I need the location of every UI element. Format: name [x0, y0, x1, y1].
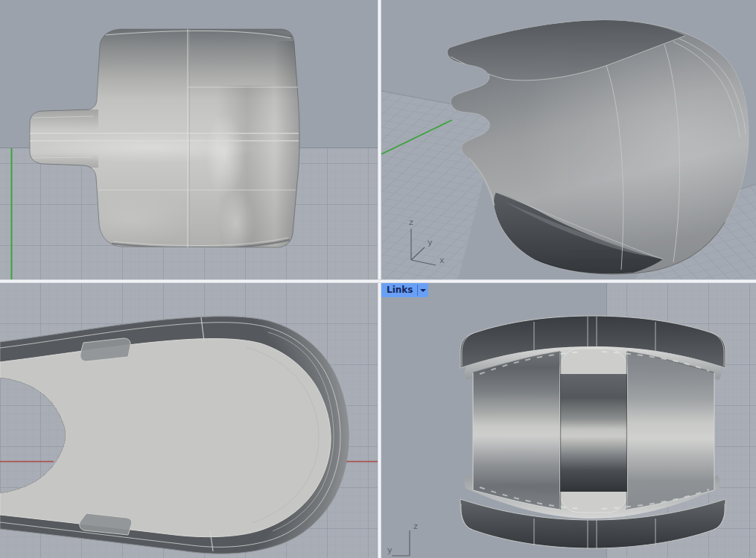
model-left-view[interactable] — [460, 316, 725, 548]
gizmo-z-label: z — [413, 521, 418, 531]
viewport-top-right[interactable]: z y x — [381, 0, 756, 279]
viewport-bottom-right[interactable]: Links — [381, 283, 756, 558]
center-cylinder — [560, 374, 627, 492]
model-bottom-left-view[interactable] — [0, 317, 349, 554]
gizmo-z-label: z — [409, 218, 413, 227]
viewport-top-right-canvas: z y x — [381, 0, 756, 279]
viewport-divider-horizontal[interactable] — [0, 279, 756, 283]
viewport-bottom-left[interactable] — [0, 283, 378, 558]
application-window: z y x — [0, 0, 756, 558]
viewport-top-left-canvas — [0, 0, 378, 279]
chevron-down-icon — [420, 289, 426, 292]
viewport-top-left[interactable] — [0, 0, 378, 279]
viewport-menu-button[interactable] — [418, 283, 428, 297]
viewport-bottom-right-canvas: z y — [381, 283, 756, 558]
viewport-title-label[interactable]: Links — [387, 283, 417, 297]
viewport-title-tab[interactable]: Links — [381, 283, 428, 297]
gizmo-y-label: y — [387, 545, 393, 555]
gizmo-x-label: x — [439, 256, 445, 265]
left-panel-surface[interactable] — [473, 352, 560, 510]
gizmo-y-label: y — [428, 238, 433, 247]
viewport-bottom-left-canvas — [0, 283, 378, 558]
right-panel-surface[interactable] — [627, 352, 714, 510]
